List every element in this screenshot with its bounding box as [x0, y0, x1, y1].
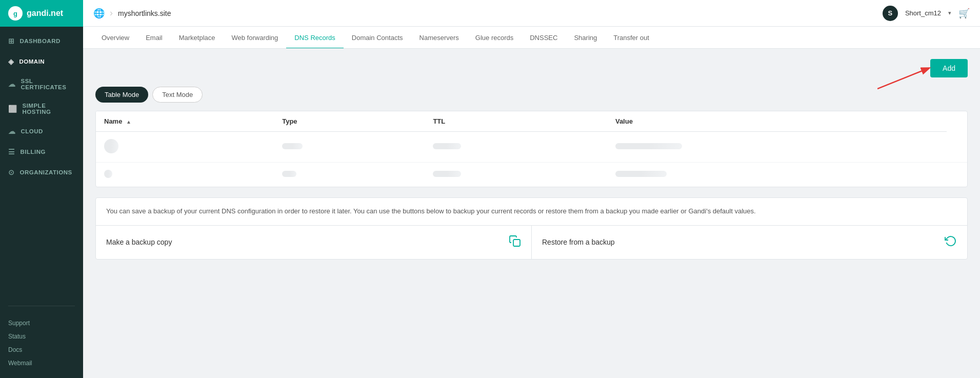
footer-docs[interactable]: Docs [0, 343, 83, 356]
sidebar: g gandi.net ⊞ Dashboard ◈ Domain ☁ SSL C… [0, 0, 83, 378]
domain-breadcrumb: myshortlinks.site [118, 9, 171, 17]
sidebar-item-label: Domain [19, 58, 45, 65]
cell-name [96, 132, 274, 163]
skeleton-loader [104, 139, 118, 153]
text-mode-button[interactable]: Text Mode [152, 87, 203, 103]
table-row [96, 132, 967, 163]
skeleton-loader [433, 171, 461, 177]
cell-type [274, 163, 425, 187]
tab-email[interactable]: Email [137, 27, 171, 49]
domain-icon: ◈ [8, 57, 14, 66]
sidebar-item-simple-hosting[interactable]: ⬜ Simple Hosting [0, 96, 83, 121]
sidebar-item-label: Dashboard [20, 38, 61, 44]
tab-overview[interactable]: Overview [93, 27, 137, 49]
sidebar-footer: Support Status Docs Webmail [0, 312, 83, 378]
footer-support[interactable]: Support [0, 316, 83, 330]
tab-dns-records[interactable]: DNS Records [286, 27, 343, 49]
sidebar-divider [8, 306, 75, 306]
skeleton-loader [282, 143, 303, 149]
cell-name [96, 163, 274, 187]
skeleton-loader [615, 143, 682, 149]
dns-content: Add Table Mode Text Mode Name ▲ Type [83, 49, 980, 378]
skeleton-loader [104, 170, 112, 178]
sidebar-item-organizations[interactable]: ⊙ Organizations [0, 162, 83, 183]
tab-glue-records[interactable]: Glue records [467, 27, 522, 49]
mode-row: Table Mode Text Mode [83, 83, 980, 111]
cell-type [274, 132, 425, 163]
skeleton-loader [433, 143, 461, 149]
add-button[interactable]: Add [930, 59, 968, 77]
tab-nameservers[interactable]: Nameservers [411, 27, 467, 49]
backup-copy-icon [509, 235, 521, 250]
sort-icon: ▲ [126, 119, 131, 125]
breadcrumb-sep: › [110, 8, 113, 18]
logo-text: gandi.net [27, 9, 63, 18]
col-ttl[interactable]: TTL [425, 111, 607, 132]
table-row [96, 163, 967, 187]
billing-icon: ☰ [8, 148, 15, 156]
tab-dnssec[interactable]: DNSSEC [522, 27, 566, 49]
backup-actions: Make a backup copy Restore from a backup [96, 226, 967, 259]
col-type[interactable]: Type [274, 111, 425, 132]
col-value: Value [607, 111, 947, 132]
table-mode-button[interactable]: Table Mode [95, 87, 148, 103]
chevron-down-icon[interactable]: ▾ [948, 10, 951, 16]
cell-actions [947, 163, 967, 187]
col-name[interactable]: Name ▲ [96, 111, 274, 132]
cell-ttl [425, 163, 607, 187]
footer-status[interactable]: Status [0, 330, 83, 343]
sidebar-item-label: Organizations [20, 169, 72, 175]
cell-ttl [425, 132, 607, 163]
svg-rect-2 [513, 240, 520, 246]
restore-backup-button[interactable]: Restore from a backup [532, 226, 967, 259]
user-avatar: S [883, 6, 898, 21]
backup-note: You can save a backup of your current DN… [96, 198, 967, 226]
add-row: Add [83, 49, 980, 83]
main-content: 🌐 › myshortlinks.site S Short_cm12 ▾ 🛒 O… [83, 0, 980, 378]
logo[interactable]: g gandi.net [0, 0, 83, 27]
tab-sharing[interactable]: Sharing [566, 27, 605, 49]
sidebar-nav: ⊞ Dashboard ◈ Domain ☁ SSL Certificates … [0, 27, 83, 300]
hosting-icon: ⬜ [8, 105, 17, 113]
dns-table: Name ▲ Type TTL Value [96, 111, 967, 187]
sidebar-item-label: Billing [21, 149, 46, 155]
footer-webmail[interactable]: Webmail [0, 356, 83, 370]
backup-section: You can save a backup of your current DN… [95, 197, 968, 260]
tabs-bar: Overview Email Marketplace Web forwardin… [83, 27, 980, 49]
restore-icon [945, 235, 957, 250]
tab-transfer-out[interactable]: Transfer out [605, 27, 657, 49]
tab-marketplace[interactable]: Marketplace [171, 27, 224, 49]
cloud-icon: ☁ [8, 127, 16, 135]
sidebar-item-domain[interactable]: ◈ Domain [0, 51, 83, 72]
restore-backup-label: Restore from a backup [542, 238, 615, 246]
tab-domain-contacts[interactable]: Domain Contacts [344, 27, 411, 49]
sidebar-item-dashboard[interactable]: ⊞ Dashboard [0, 31, 83, 51]
sidebar-item-cloud[interactable]: ☁ Cloud [0, 121, 83, 142]
cell-value [607, 163, 947, 187]
user-name: Short_cm12 [905, 9, 941, 17]
skeleton-loader [615, 171, 667, 177]
org-icon: ⊙ [8, 168, 15, 176]
sidebar-item-billing[interactable]: ☰ Billing [0, 142, 83, 162]
cart-icon[interactable]: 🛒 [958, 8, 970, 19]
topbar-right: S Short_cm12 ▾ 🛒 [883, 6, 970, 21]
skeleton-loader [282, 171, 296, 177]
cell-value [607, 132, 947, 163]
make-backup-label: Make a backup copy [106, 238, 172, 246]
sidebar-item-label: SSL Certificates [21, 78, 75, 90]
ssl-icon: ☁ [8, 80, 16, 88]
sidebar-item-label: Simple Hosting [23, 103, 75, 115]
tab-web-forwarding[interactable]: Web forwarding [224, 27, 287, 49]
cell-actions [947, 132, 967, 163]
sidebar-item-label: Cloud [21, 128, 43, 134]
dashboard-icon: ⊞ [8, 37, 15, 45]
logo-icon: g [8, 6, 23, 21]
dns-table-wrap: Name ▲ Type TTL Value [95, 111, 968, 187]
topbar: 🌐 › myshortlinks.site S Short_cm12 ▾ 🛒 [83, 0, 980, 27]
globe-icon: 🌐 [93, 8, 105, 19]
make-backup-button[interactable]: Make a backup copy [96, 226, 532, 259]
sidebar-item-ssl[interactable]: ☁ SSL Certificates [0, 72, 83, 96]
